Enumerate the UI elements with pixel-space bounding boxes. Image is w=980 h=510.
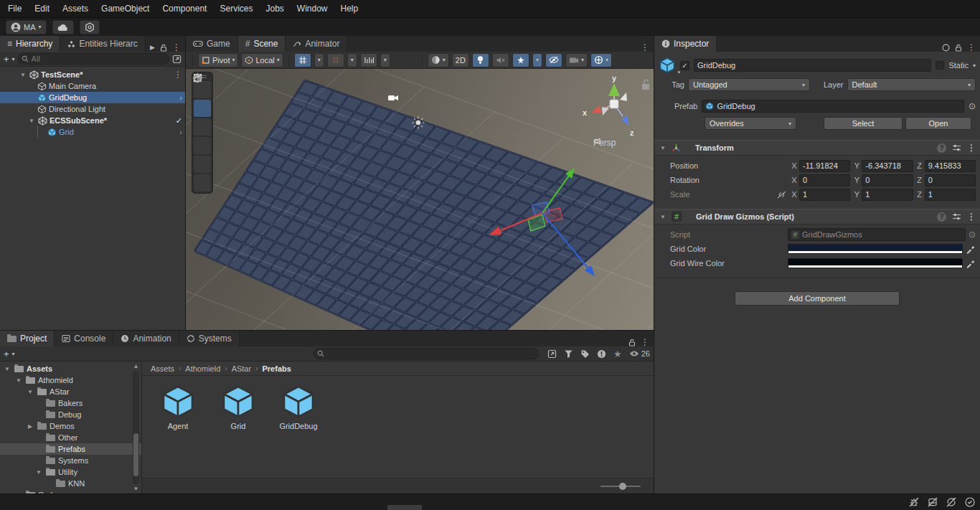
scroll-thumb[interactable] bbox=[133, 433, 138, 476]
importance-icon[interactable] bbox=[597, 349, 606, 359]
tree-item-prefabs[interactable]: Prefabs bbox=[0, 443, 141, 455]
orientation-gizmo-center-cube[interactable] bbox=[610, 100, 618, 108]
orientation-gizmo-x-cone[interactable] bbox=[592, 105, 602, 113]
tree-item-astar[interactable]: ▼AStar bbox=[0, 386, 141, 397]
menu-file[interactable]: File bbox=[1, 0, 28, 17]
position-y-field[interactable] bbox=[862, 160, 913, 172]
breadcrumb-assets[interactable]: Assets bbox=[151, 364, 174, 373]
scale-y-field[interactable] bbox=[862, 189, 913, 201]
position-z-field[interactable] bbox=[925, 160, 976, 172]
add-object-button[interactable]: + bbox=[4, 54, 9, 65]
increment-snap-toggle[interactable] bbox=[327, 53, 344, 67]
scene-effects-options[interactable]: ▾ bbox=[532, 53, 542, 67]
object-picker-icon[interactable]: ⊙ bbox=[969, 101, 976, 111]
scene-effects-toggle[interactable] bbox=[512, 53, 529, 67]
unit-snap-options[interactable]: ▾ bbox=[380, 53, 390, 67]
foldout-open-icon[interactable]: ▼ bbox=[19, 72, 27, 78]
eyedropper-icon[interactable] bbox=[966, 258, 976, 268]
pivot-dropdown[interactable]: Pivot ▾ bbox=[198, 53, 238, 67]
tree-item-utility[interactable]: ▼Utility bbox=[0, 466, 141, 478]
static-options-dropdown[interactable]: ▾ bbox=[973, 62, 976, 69]
ghost-inspector-icon[interactable] bbox=[942, 44, 950, 52]
2d-view-toggle[interactable]: 2D bbox=[452, 53, 469, 67]
kebab-menu-icon[interactable]: ⋮ bbox=[641, 338, 649, 346]
hierarchy-item-directional-light[interactable]: Directional Light bbox=[0, 103, 185, 115]
open-new-window-icon[interactable] bbox=[547, 349, 557, 359]
local-dropdown[interactable]: Local ▾ bbox=[241, 53, 283, 67]
menu-help[interactable]: Help bbox=[334, 0, 365, 17]
project-search-input[interactable] bbox=[314, 348, 539, 359]
grid-snapping-options[interactable]: ▾ bbox=[314, 53, 324, 67]
open-button[interactable]: Open bbox=[905, 117, 971, 130]
kebab-menu-icon[interactable]: ⋮ bbox=[967, 43, 976, 52]
select-button[interactable]: Select bbox=[824, 117, 903, 130]
tab-game[interactable]: Game bbox=[186, 36, 238, 52]
prefab-open-chevron-icon[interactable]: › bbox=[179, 128, 182, 136]
active-checkbox[interactable]: ✓ bbox=[680, 61, 689, 70]
grid-color-swatch[interactable] bbox=[788, 244, 963, 254]
kebab-menu-icon[interactable]: ⋮ bbox=[174, 70, 182, 79]
layer-dropdown[interactable]: Default▾ bbox=[847, 78, 976, 91]
kebab-menu-icon[interactable]: ⋮ bbox=[967, 143, 976, 152]
link-broken-icon[interactable] bbox=[777, 191, 786, 199]
tree-item-assets[interactable]: ▼Assets bbox=[0, 363, 141, 374]
tab-console[interactable]: Console bbox=[55, 331, 113, 346]
tree-item-knn[interactable]: KNN bbox=[0, 478, 141, 489]
account-button[interactable]: MA ▾ bbox=[6, 20, 47, 34]
thumbnail-zoom-slider[interactable] bbox=[600, 486, 641, 487]
subscene-loaded-checkmark[interactable]: ✓ bbox=[176, 116, 182, 126]
kebab-menu-icon[interactable]: ⋮ bbox=[172, 43, 181, 52]
cache-server-disconnected-icon[interactable] bbox=[927, 496, 938, 508]
menu-assets[interactable]: Assets bbox=[56, 0, 95, 17]
tab-animation[interactable]: Animation bbox=[113, 331, 179, 346]
foldout-open-icon[interactable]: ▼ bbox=[659, 214, 667, 220]
rect-tool[interactable] bbox=[194, 156, 211, 173]
tab-hierarchy[interactable]: ≡ Hierarchy bbox=[0, 36, 60, 52]
rotation-y-field[interactable] bbox=[862, 174, 913, 186]
menu-gameobject[interactable]: GameObject bbox=[95, 0, 156, 17]
move-gizmo-plane-xz[interactable] bbox=[528, 214, 545, 231]
foldout-open-icon[interactable]: ▼ bbox=[659, 145, 667, 151]
tab-entities-hierarchy[interactable]: Entities Hierarc bbox=[60, 36, 145, 52]
light-gizmo-icon[interactable] bbox=[412, 116, 424, 128]
cloud-button[interactable] bbox=[52, 20, 74, 34]
asset-grid-prefab[interactable]: Grid bbox=[218, 384, 258, 430]
menu-edit[interactable]: Edit bbox=[28, 0, 56, 17]
chevron-down-icon[interactable]: ▾ bbox=[12, 351, 15, 357]
scroll-down-icon[interactable]: ▼ bbox=[133, 486, 139, 492]
asset-agent[interactable]: Agent bbox=[158, 384, 198, 430]
kebab-menu-icon[interactable]: ⋮ bbox=[641, 43, 649, 52]
prefab-open-chevron-icon[interactable]: › bbox=[179, 93, 182, 102]
transform-component-header[interactable]: ▼ Transform ? ⋮ bbox=[654, 140, 980, 156]
gameobject-icon-button[interactable]: ▾ bbox=[659, 57, 676, 74]
help-icon[interactable]: ? bbox=[937, 143, 946, 153]
static-checkbox[interactable] bbox=[936, 61, 944, 70]
gameobject-name-field[interactable] bbox=[694, 59, 931, 72]
draw-mode-dropdown[interactable]: ▾ bbox=[428, 53, 449, 67]
hierarchy-item-ecssubscene[interactable]: ▼ ECSSubScene* ✓ bbox=[0, 115, 185, 126]
scene-camera-settings[interactable]: ▾ bbox=[565, 53, 588, 67]
perspective-indicator[interactable]: Persp bbox=[593, 138, 616, 148]
unit-snap-toggle[interactable] bbox=[360, 53, 377, 67]
position-x-field[interactable] bbox=[799, 160, 850, 172]
view-hand-tool[interactable] bbox=[194, 81, 211, 98]
grid-draw-gizmos-header[interactable]: ▼ # Grid Draw Gizmos (Script) ? ⋮ bbox=[654, 209, 980, 225]
tree-item-debug[interactable]: Debug bbox=[0, 409, 141, 420]
camera-gizmo-icon[interactable] bbox=[388, 95, 398, 100]
transform-tool[interactable] bbox=[194, 174, 211, 192]
open-new-window-icon[interactable] bbox=[172, 55, 182, 64]
favorites-star-icon[interactable]: ★ bbox=[613, 349, 622, 359]
hierarchy-search-input[interactable] bbox=[18, 53, 169, 65]
breadcrumb-astar[interactable]: AStar bbox=[232, 364, 252, 373]
rotation-z-field[interactable] bbox=[925, 174, 976, 186]
lock-icon[interactable] bbox=[955, 44, 962, 52]
scroll-up-icon[interactable]: ▲ bbox=[133, 363, 139, 369]
kebab-menu-icon[interactable]: ⋮ bbox=[967, 212, 976, 221]
help-icon[interactable]: ? bbox=[937, 212, 946, 222]
move-tool[interactable] bbox=[194, 100, 211, 117]
increment-snap-options[interactable]: ▾ bbox=[347, 53, 357, 67]
tab-project[interactable]: Project bbox=[0, 331, 55, 346]
move-gizmo-y-axis[interactable] bbox=[542, 168, 575, 213]
scale-tool[interactable] bbox=[194, 137, 211, 154]
grid-snapping-toggle[interactable] bbox=[294, 53, 311, 67]
